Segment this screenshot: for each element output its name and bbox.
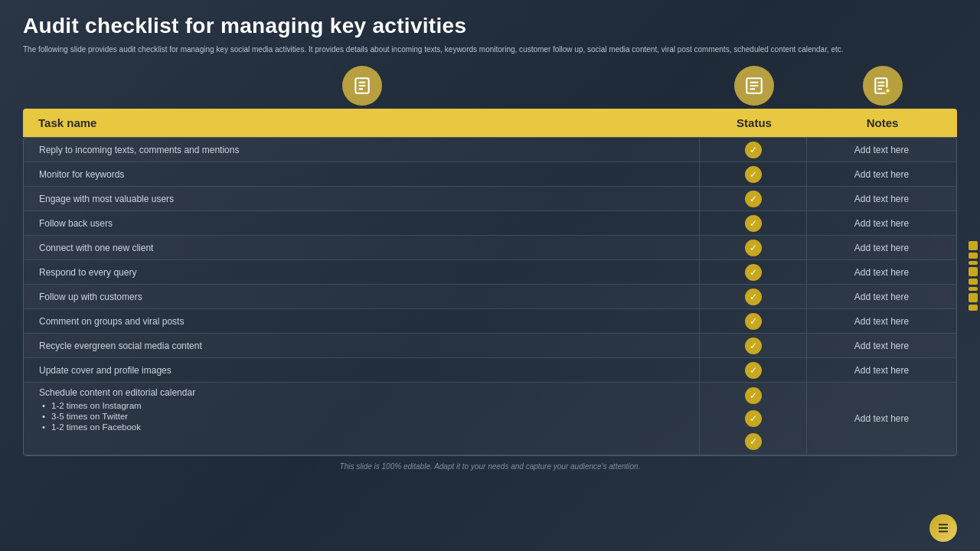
schedule-subitem-1: 1-2 times on Instagram <box>51 401 690 410</box>
audit-table: Task name Status Notes Reply to incoming… <box>23 66 957 456</box>
status-icon <box>734 66 774 106</box>
check-icon-2: ✓ <box>745 166 762 183</box>
icon-row <box>23 66 957 109</box>
task-cell-9: Recycle evergreen social media content <box>24 334 700 357</box>
check-icon-9: ✓ <box>745 337 762 354</box>
task-cell-4: Follow back users <box>24 211 700 235</box>
check-icon-1: ✓ <box>745 142 762 158</box>
task-cell-10: Update cover and profile images <box>24 358 700 382</box>
schedule-subitems: 1-2 times on Instagram 3-5 times on Twit… <box>39 401 690 432</box>
notes-cell-2: Add text here <box>807 162 956 186</box>
table-row: Monitor for keywords ✓ Add text here <box>24 162 956 187</box>
table-row: Recycle evergreen social media content ✓… <box>24 334 956 358</box>
header-notes: Notes <box>808 109 957 137</box>
notes-cell-10: Add text here <box>807 358 956 382</box>
notes-cell-9: Add text here <box>807 334 956 357</box>
check-icon-3: ✓ <box>745 191 762 207</box>
status-cell-1: ✓ <box>700 138 807 161</box>
table-row: Follow up with customers ✓ Add text here <box>24 285 956 309</box>
schedule-subitem-2: 3-5 times on Twitter <box>51 412 690 421</box>
notes-cell-5: Add text here <box>807 236 956 259</box>
schedule-notes-cell: Add text here <box>807 383 956 455</box>
table-row: Follow back users ✓ Add text here <box>24 211 956 236</box>
notes-cell-8: Add text here <box>807 309 956 333</box>
status-cell-10: ✓ <box>700 358 807 382</box>
check-icon-5: ✓ <box>745 240 762 256</box>
status-cell-9: ✓ <box>700 334 807 357</box>
schedule-check-3: ✓ <box>745 433 762 450</box>
schedule-row: Schedule content on editorial calendar 1… <box>24 383 956 455</box>
status-cell-4: ✓ <box>700 211 807 235</box>
notes-icon <box>863 66 903 106</box>
page-subtitle: The following slide provides audit check… <box>23 44 903 55</box>
status-icon-cell <box>701 66 808 109</box>
table-body: Reply to incoming texts, comments and me… <box>23 137 957 456</box>
task-cell-3: Engage with most valuable users <box>24 187 700 210</box>
task-cell-7: Follow up with customers <box>24 285 700 308</box>
notes-cell-6: Add text here <box>807 260 956 284</box>
status-cell-2: ✓ <box>700 162 807 186</box>
task-cell-5: Connect with one new client <box>24 236 700 259</box>
status-cell-7: ✓ <box>700 285 807 308</box>
schedule-check-2: ✓ <box>745 410 762 427</box>
header-task: Task name <box>23 109 701 137</box>
schedule-main-text: Schedule content on editorial calendar <box>39 387 690 398</box>
check-icon-10: ✓ <box>745 362 762 379</box>
table-row: Respond to every query ✓ Add text here <box>24 260 956 285</box>
task-cell-2: Monitor for keywords <box>24 162 700 186</box>
footer-text: This slide is 100% editable. Adapt it to… <box>23 462 957 471</box>
schedule-check-1: ✓ <box>745 387 762 404</box>
check-icon-4: ✓ <box>745 215 762 232</box>
table-header: Task name Status Notes <box>23 109 957 137</box>
nav-circle[interactable] <box>929 514 957 542</box>
table-row: Connect with one new client ✓ Add text h… <box>24 236 956 260</box>
task-cell-1: Reply to incoming texts, comments and me… <box>24 138 700 161</box>
schedule-subitem-3: 1-2 times on Facebook <box>51 422 690 432</box>
task-cell-8: Comment on groups and viral posts <box>24 309 700 333</box>
status-cell-5: ✓ <box>700 236 807 259</box>
table-row: Engage with most valuable users ✓ Add te… <box>24 187 956 211</box>
task-icon-cell <box>23 66 701 109</box>
notes-cell-1: Add text here <box>807 138 956 161</box>
page-title: Audit checklist for managing key activit… <box>23 14 957 38</box>
notes-cell-4: Add text here <box>807 211 956 235</box>
status-cell-3: ✓ <box>700 187 807 210</box>
status-cell-6: ✓ <box>700 260 807 284</box>
task-icon <box>342 66 382 106</box>
status-cell-8: ✓ <box>700 309 807 333</box>
table-row: Comment on groups and viral posts ✓ Add … <box>24 309 956 334</box>
check-icon-8: ✓ <box>745 313 762 330</box>
notes-icon-cell <box>808 66 957 109</box>
table-row: Reply to incoming texts, comments and me… <box>24 138 956 162</box>
table-row: Update cover and profile images ✓ Add te… <box>24 358 956 383</box>
schedule-status-cell: ✓ ✓ ✓ <box>700 383 807 455</box>
schedule-task-cell: Schedule content on editorial calendar 1… <box>24 383 700 455</box>
task-cell-6: Respond to every query <box>24 260 700 284</box>
notes-cell-3: Add text here <box>807 187 956 210</box>
check-icon-6: ✓ <box>745 264 762 281</box>
header-status: Status <box>701 109 808 137</box>
notes-cell-7: Add text here <box>807 285 956 308</box>
check-icon-7: ✓ <box>745 289 762 305</box>
